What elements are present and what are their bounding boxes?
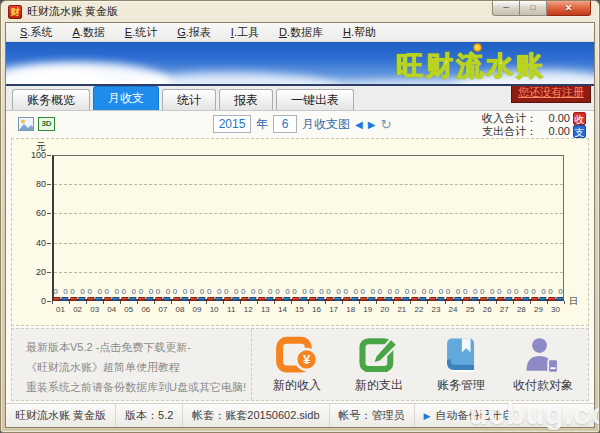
income-value-label: 0 — [342, 287, 350, 296]
notice-text[interactable]: 重装系统之前请备份数据库到U盘或其它电脑! — [26, 377, 251, 397]
expense-bar — [282, 297, 290, 301]
expense-bar — [487, 297, 495, 301]
action-label: 收付款对象 — [502, 377, 584, 394]
income-bar — [428, 297, 436, 301]
y-tick-mark — [47, 155, 51, 156]
x-tick-mark — [240, 301, 241, 304]
menu-key: H — [343, 26, 351, 38]
income-value-label: 0 — [393, 287, 401, 296]
notice-text[interactable]: 《旺财流水账》超简单使用教程 — [26, 357, 251, 377]
y-tick-mark — [47, 272, 51, 273]
menu-item-S[interactable]: S.系统 — [10, 25, 62, 40]
x-tick-mark — [410, 301, 411, 304]
menu-item-I[interactable]: I.工具 — [221, 25, 269, 40]
income-total-value: 0.00 — [540, 112, 570, 125]
income-value-label: 0 — [290, 287, 298, 296]
x-tick-label: 03 — [87, 305, 103, 314]
tab-统计[interactable]: 统计 — [162, 89, 216, 110]
window-controls: ─ □ ✕ — [492, 1, 591, 16]
expense-bar — [504, 297, 512, 301]
x-tick-mark — [223, 301, 224, 304]
tab-报表[interactable]: 报表 — [219, 89, 273, 110]
x-tick-label: 07 — [155, 305, 171, 314]
image-export-icon[interactable] — [18, 117, 34, 131]
income-badge[interactable]: 收 — [573, 112, 586, 125]
menu-item-E[interactable]: E.统计 — [115, 25, 167, 40]
expense-bar — [453, 297, 461, 301]
payee-button[interactable]: 收付款对象 — [502, 336, 584, 394]
x-tick-label: 13 — [257, 305, 273, 314]
title-bar[interactable]: 财 旺财流水账 黄金版 ─ □ ✕ — [1, 1, 599, 22]
maximize-button[interactable]: □ — [520, 1, 547, 16]
x-tick-mark — [513, 301, 514, 304]
expense-badge[interactable]: 支 — [573, 125, 586, 138]
y-tick-label: 20 — [20, 267, 46, 277]
x-tick-label: 17 — [326, 305, 342, 314]
income-value-label: 0 — [512, 287, 520, 296]
tab-一键出表[interactable]: 一键出表 — [276, 89, 354, 110]
x-tick-mark — [52, 301, 53, 304]
cloud-decoration — [14, 70, 109, 86]
chart-control-row: 3D 2015 年 6 月收支图 ◀ ▶ ↻ 收入合计： 0.00 收 — [6, 111, 594, 138]
income-button[interactable]: ¥新的收入 — [256, 336, 338, 394]
year-input[interactable]: 2015 — [213, 115, 251, 133]
x-tick-mark — [325, 301, 326, 304]
y-tick-label: 0 — [20, 296, 46, 306]
income-value-label: 0 — [52, 287, 60, 296]
x-tick-mark — [206, 301, 207, 304]
income-bar — [223, 297, 231, 301]
expense-bar — [231, 297, 239, 301]
expense-bar — [265, 297, 273, 301]
x-tick-mark — [189, 301, 190, 304]
register-link[interactable]: 您还没有注册 — [511, 83, 591, 103]
x-tick-label: 06 — [138, 305, 154, 314]
ledger-button[interactable]: 账务管理 — [420, 336, 502, 394]
x-tick-label: 28 — [513, 305, 529, 314]
3d-toggle-icon[interactable]: 3D — [38, 117, 55, 131]
close-button[interactable]: ✕ — [547, 1, 591, 16]
tab-账务概览[interactable]: 账务概览 — [12, 89, 90, 110]
expense-bar — [95, 297, 103, 301]
x-tick-mark — [69, 301, 70, 304]
income-value-label: 0 — [444, 287, 452, 296]
x-tick-mark — [462, 301, 463, 304]
x-tick-label: 14 — [274, 305, 290, 314]
next-month-button[interactable]: ▶ — [368, 119, 376, 130]
refresh-button[interactable]: ↻ — [380, 117, 391, 132]
expense-button[interactable]: 新的支出 — [338, 336, 420, 394]
tab-月收支[interactable]: 月收支 — [93, 86, 159, 110]
expense-bar — [60, 297, 68, 301]
menu-item-D[interactable]: D.数据库 — [269, 25, 333, 40]
income-bar — [513, 297, 521, 301]
notice-text[interactable]: 最新版本V5.2 -点击免费下载更新- — [26, 337, 251, 357]
expense-bar — [197, 297, 205, 301]
x-tick-label: 24 — [445, 305, 461, 314]
x-tick-mark — [86, 301, 87, 304]
month-input[interactable]: 6 — [273, 115, 297, 133]
prev-month-button[interactable]: ◀ — [355, 119, 363, 130]
menu-item-H[interactable]: H.帮助 — [333, 25, 386, 40]
x-tick-label: 05 — [121, 305, 137, 314]
expense-bar — [77, 297, 85, 301]
menu-item-A[interactable]: A.数据 — [62, 25, 114, 40]
gridline — [54, 184, 563, 185]
menu-key: A — [72, 26, 79, 38]
gridline — [54, 272, 563, 273]
minimize-button[interactable]: ─ — [492, 1, 520, 16]
svg-text:¥: ¥ — [303, 351, 311, 366]
income-value-label: 0 — [376, 287, 384, 296]
expense-value-label: 0 — [556, 287, 564, 296]
tab-bar: 账务概览月收支统计报表一键出表 您还没有注册 — [6, 86, 594, 111]
x-tick-label: 30 — [547, 305, 563, 314]
status-segment-4: ▶自动备份已开启 — [415, 404, 522, 427]
income-value-label: 0 — [273, 287, 281, 296]
menu-key: S — [20, 26, 27, 38]
income-value-label: 0 — [325, 287, 333, 296]
x-axis-unit: 日 — [569, 295, 578, 308]
x-tick-label: 20 — [377, 305, 393, 314]
x-tick-mark — [120, 301, 121, 304]
expense-bar — [351, 297, 359, 301]
menu-item-G[interactable]: G.报表 — [167, 25, 221, 40]
income-value-label: 0 — [137, 287, 145, 296]
expense-bar — [316, 297, 324, 301]
